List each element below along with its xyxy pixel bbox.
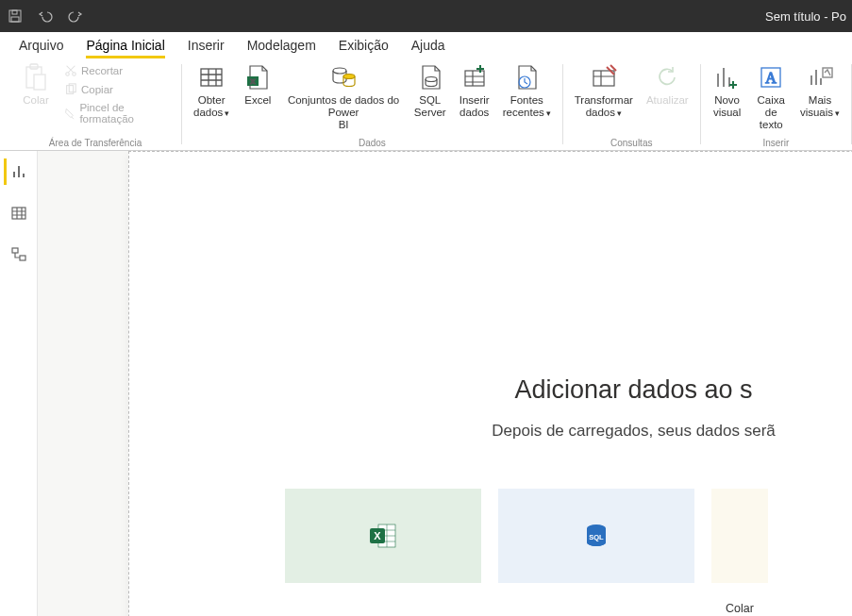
group-data: Obter dados▾ X Excel Conjuntos de dados … <box>182 58 562 150</box>
data-view-icon <box>10 205 27 222</box>
svg-rect-5 <box>34 75 45 90</box>
tab-home[interactable]: Página Inicial <box>86 34 164 58</box>
group-queries: Transformar dados▾ Atualizar Consultas <box>563 58 700 150</box>
title-bar: Sem título - Po <box>0 0 852 32</box>
insert-data-button[interactable]: Inserir dados <box>456 60 493 119</box>
report-view-icon <box>11 163 28 180</box>
cut-icon <box>64 64 77 77</box>
svg-text:X: X <box>374 530 381 541</box>
text-box-button[interactable]: A Caixa de texto <box>752 60 791 132</box>
ribbon-tabs: Arquivo Página Inicial Inserir Modelagem… <box>0 32 852 58</box>
card-sql-label <box>498 592 694 616</box>
tab-help[interactable]: Ajuda <box>411 34 445 58</box>
svg-text:A: A <box>765 70 777 86</box>
recent-sources-button[interactable]: Fontes recentes▾ <box>499 60 555 119</box>
redo-icon[interactable] <box>66 7 85 25</box>
refresh-icon <box>652 62 682 92</box>
database-stack-icon <box>328 62 359 92</box>
group-label-insert: Inserir <box>762 139 789 150</box>
paste-icon <box>21 62 51 92</box>
canvas-area: Adicionar dados ao s Depois de carregado… <box>38 151 852 616</box>
tab-view[interactable]: Exibição <box>339 34 389 58</box>
recent-icon <box>511 62 542 92</box>
more-visuals-icon <box>805 62 835 92</box>
group-label-queries: Consultas <box>610 139 652 150</box>
new-visual-button[interactable]: Novo visual <box>709 60 746 119</box>
view-data-button[interactable] <box>6 200 32 226</box>
view-switcher <box>0 151 38 616</box>
excel-card-icon: X <box>366 519 400 553</box>
group-label-data: Dados <box>359 139 386 150</box>
save-icon[interactable] <box>6 7 25 25</box>
svg-text:SQL: SQL <box>589 533 604 541</box>
card-paste[interactable] <box>711 489 768 583</box>
view-model-button[interactable] <box>6 241 32 268</box>
svg-rect-1 <box>12 10 17 14</box>
svg-rect-24 <box>20 256 25 260</box>
cut-button: Recortar <box>60 62 174 79</box>
undo-icon[interactable] <box>36 7 55 25</box>
group-insert: Novo visual A Caixa de texto Mais visuai… <box>701 58 851 150</box>
ribbon: Colar Recortar Copiar Pincel de formataç… <box>0 58 852 151</box>
svg-text:X: X <box>251 77 257 86</box>
svg-point-13 <box>333 68 346 74</box>
get-data-icon <box>196 62 226 92</box>
more-visuals-button[interactable]: Mais visuais▾ <box>796 60 844 119</box>
model-view-icon <box>10 246 27 263</box>
sql-icon <box>415 62 445 92</box>
brush-icon <box>64 107 75 120</box>
tab-modeling[interactable]: Modelagem <box>247 34 316 58</box>
clipboard-small-buttons: Recortar Copiar Pincel de formatação <box>60 60 174 126</box>
svg-rect-2 <box>11 17 19 22</box>
transform-icon <box>589 62 619 92</box>
insert-data-icon <box>459 62 490 92</box>
excel-icon: X <box>242 62 273 92</box>
svg-point-14 <box>343 75 355 79</box>
svg-point-15 <box>426 77 437 82</box>
group-label-clipboard: Área de Transferência <box>49 139 142 150</box>
transform-data-button[interactable]: Transformar dados▾ <box>571 60 637 119</box>
window-title: Sem título - Po <box>765 9 846 24</box>
copy-button: Copiar <box>60 81 174 98</box>
card-sql[interactable]: SQL <box>498 489 694 583</box>
format-painter-button: Pincel de formatação <box>60 100 174 126</box>
copy-icon <box>64 83 77 96</box>
data-source-cards: X SQL <box>285 489 768 583</box>
sql-card-icon: SQL <box>580 520 612 552</box>
new-visual-icon <box>712 62 743 92</box>
quick-access-toolbar <box>6 7 85 25</box>
empty-state: Adicionar dados ao s Depois de carregado… <box>38 375 852 441</box>
svg-rect-10 <box>201 69 222 86</box>
text-box-icon: A <box>756 62 786 92</box>
empty-state-subtitle: Depois de carregados, seus dados serã <box>38 422 852 441</box>
tab-file[interactable]: Arquivo <box>19 34 63 58</box>
get-data-button[interactable]: Obter dados▾ <box>190 60 233 119</box>
card-paste-label: Colar <box>711 592 768 616</box>
card-excel-label <box>285 592 481 616</box>
svg-rect-23 <box>12 248 18 253</box>
pbi-datasets-button[interactable]: Conjuntos de dados do Power BI <box>282 60 405 132</box>
card-labels: Colar <box>285 592 768 616</box>
excel-button[interactable]: X Excel <box>239 60 276 107</box>
paste-button: Colar <box>17 60 55 107</box>
view-report-button[interactable] <box>4 158 30 185</box>
empty-state-title: Adicionar dados ao s <box>38 375 852 405</box>
sql-server-button[interactable]: SQL Server <box>410 60 450 119</box>
svg-rect-16 <box>465 71 484 86</box>
card-excel[interactable]: X <box>285 489 481 583</box>
svg-rect-18 <box>593 71 614 86</box>
paste-label: Colar <box>23 94 48 107</box>
tab-insert[interactable]: Inserir <box>188 34 225 58</box>
svg-point-6 <box>66 73 70 76</box>
refresh-button: Atualizar <box>643 60 693 107</box>
group-clipboard: Colar Recortar Copiar Pincel de formataç… <box>9 58 181 150</box>
svg-rect-22 <box>12 208 25 219</box>
svg-point-7 <box>73 73 76 76</box>
